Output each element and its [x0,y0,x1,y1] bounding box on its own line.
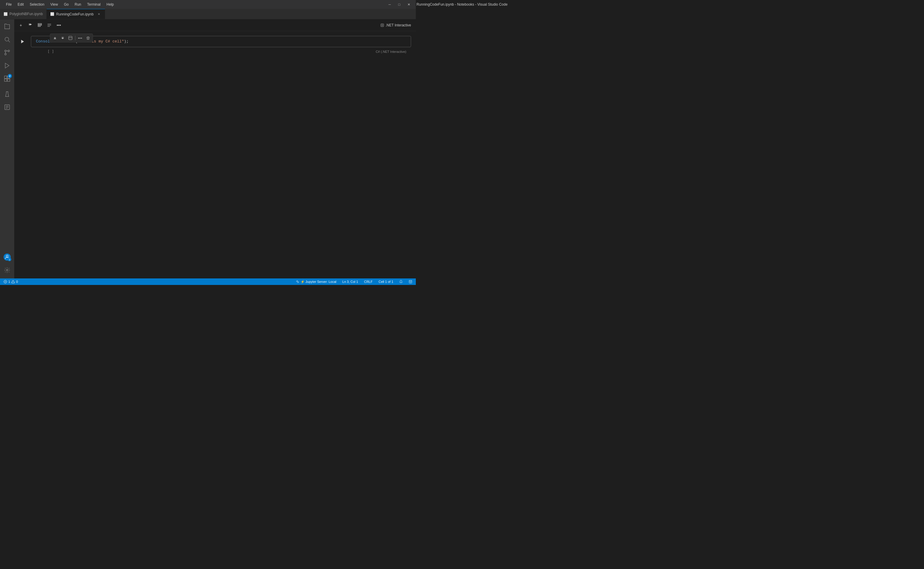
menu-help[interactable]: Help [104,2,116,7]
run-below-btn[interactable] [59,34,66,41]
error-number: 1 [8,280,10,283]
tab-bar: ⬜ PolyglotNBFun.ipynb ⬜ RunningCodeFun.i… [0,9,416,19]
error-count[interactable]: 1 0 [2,278,19,285]
extensions-badge: 2 [8,74,12,78]
accounts-badge: 1 [8,258,11,261]
net-interactive-label: .NET Interactive [386,23,411,27]
cell-info[interactable]: Cell 1 of 1 [377,278,395,285]
activity-search[interactable] [1,33,13,46]
run-below-icon [61,36,65,40]
menu-terminal[interactable]: Terminal [85,2,103,7]
svg-point-38 [297,281,298,282]
tab-polyglot-icon: ⬜ [3,12,8,16]
activity-settings[interactable] [1,264,13,276]
warning-number: 0 [16,280,18,283]
activity-testing[interactable] [1,88,13,100]
svg-rect-8 [5,79,7,81]
svg-point-4 [5,53,6,55]
run-above-icon [53,36,57,40]
delete-icon [86,36,90,40]
activity-bar: 2 [0,19,14,278]
jupyter-server-label: ⚡ Jupyter Server: Local [300,280,337,284]
position-label: Ln 3, Col 1 [343,280,358,283]
svg-marker-26 [53,37,56,38]
warning-icon [11,280,15,283]
status-bar: 1 0 ⚡ Jupyter Server: Local Ln 3, Co [0,278,416,285]
activity-run-debug[interactable] [1,60,13,72]
activity-explorer[interactable] [1,20,13,32]
menu-edit[interactable]: Edit [15,2,26,7]
close-button[interactable]: ✕ [405,1,412,8]
content-area: 2 [0,19,416,278]
cursor-position[interactable]: Ln 3, Col 1 [341,278,359,285]
svg-marker-17 [30,23,32,26]
code-close: ); [124,39,129,44]
tab-polyglot[interactable]: ⬜ PolyglotNBFun.ipynb [0,9,47,19]
cell-language-label: C# (.NET Interactive) [376,50,406,53]
svg-point-15 [6,269,8,271]
activity-accounts[interactable]: 1 [1,251,13,263]
cell-toolbar: ••• [50,33,93,43]
notebook-content[interactable]: ••• [14,31,416,278]
activity-source-control[interactable] [1,47,13,58]
notebook-editor: + [14,19,416,278]
svg-marker-29 [61,38,64,39]
minimize-button[interactable]: ─ [386,1,393,8]
more-icon: ••• [57,23,61,27]
more-actions-button[interactable]: ••• [55,21,63,29]
more-cell-btn[interactable]: ••• [77,34,84,41]
app-container: ⬜ PolyglotNBFun.ipynb ⬜ RunningCodeFun.i… [0,9,416,285]
eol-label: CRLF [364,280,373,283]
toolbar-right: .NET Interactive [378,23,413,28]
svg-point-2 [5,50,6,52]
tab-running-close[interactable]: ✕ [96,12,101,17]
activity-bottom: 1 [1,251,13,278]
svg-point-0 [5,37,9,41]
svg-marker-32 [21,40,24,43]
cell-run-button[interactable] [19,38,26,45]
svg-marker-27 [53,38,56,39]
titlebar: File Edit Selection View Go Run Terminal… [0,0,416,9]
layout-icon [409,280,412,283]
cell-type-btn[interactable] [67,34,74,41]
delete-cell-btn[interactable] [84,34,91,41]
jupyter-server-status[interactable]: ⚡ Jupyter Server: Local [295,278,338,285]
run-icon [20,39,25,44]
add-cell-button[interactable]: + [17,21,25,29]
activity-extensions[interactable]: 2 [1,73,13,85]
svg-point-25 [382,24,383,26]
svg-rect-6 [5,76,7,78]
run-above-btn[interactable] [51,34,58,41]
notebook-toolbar: + [14,19,416,31]
menu-view[interactable]: View [48,2,60,7]
cell-info-label: Cell 1 of 1 [378,280,393,283]
outline-icon [47,23,52,27]
notifications-button[interactable] [398,278,404,285]
run-all-button[interactable] [26,21,35,29]
tab-running-label: RunningCodeFun.ipynb [56,12,93,16]
svg-marker-28 [61,37,64,38]
tab-polyglot-label: PolyglotNBFun.ipynb [9,12,43,16]
menu-file[interactable]: File [3,2,14,7]
svg-rect-18 [38,23,41,24]
jupyter-icon [296,280,299,283]
menu-run[interactable]: Run [72,2,84,7]
run-all-icon [28,23,33,27]
cell-output-row: [ ] C# (.NET Interactive) [31,49,411,55]
window-controls: ─ □ ✕ [386,1,412,8]
maximize-button[interactable]: □ [396,1,403,8]
menu-selection[interactable]: Selection [27,2,47,7]
svg-rect-9 [8,79,10,81]
layout-button[interactable] [407,278,413,285]
tab-running[interactable]: ⬜ RunningCodeFun.ipynb ✕ [47,9,105,19]
statusbar-right: ⚡ Jupyter Server: Local Ln 3, Col 1 CRLF… [295,278,413,285]
menu-go[interactable]: Go [61,2,71,7]
clear-icon [37,23,42,27]
clear-outputs-button[interactable] [36,21,44,29]
svg-rect-20 [38,26,40,27]
net-interactive-selector[interactable]: .NET Interactive [378,23,413,28]
eol-type[interactable]: CRLF [363,278,374,285]
activity-notebooks[interactable] [1,101,13,113]
svg-point-14 [6,255,8,257]
outline-button[interactable] [45,21,53,29]
